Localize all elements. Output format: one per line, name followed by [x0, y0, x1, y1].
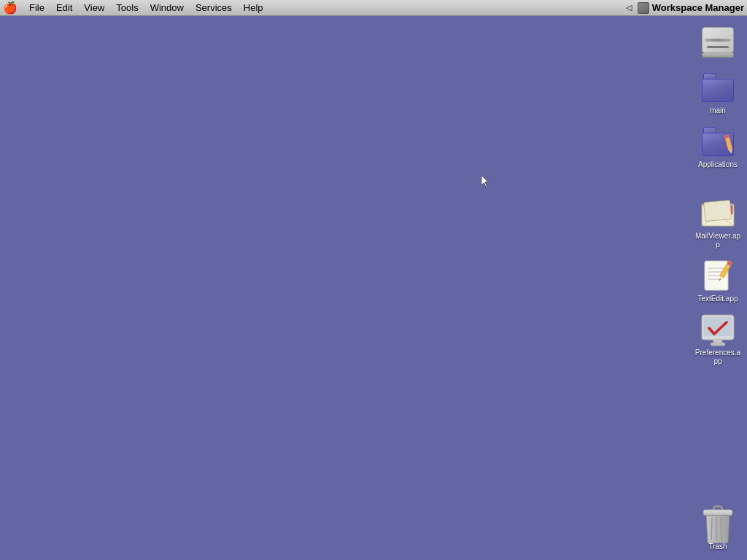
- menu-items: File Edit View Tools Window Services Hel…: [23, 1, 626, 15]
- main-folder-image: [700, 70, 735, 105]
- svg-rect-22: [704, 317, 732, 336]
- menubar-right: ◁ Workspace Manager: [626, 2, 744, 14]
- mailviewer-label: MailViewer.app: [694, 232, 741, 249]
- trash-label: Trash: [708, 542, 727, 551]
- preferences-image: [700, 312, 735, 347]
- main-folder-label: main: [710, 106, 726, 115]
- applications-folder-image: [700, 124, 735, 159]
- preferences-icon[interactable]: Preferences.app: [692, 309, 744, 369]
- menu-edit[interactable]: Edit: [50, 1, 78, 15]
- applications-folder-icon[interactable]: Applications: [692, 121, 744, 172]
- menu-help[interactable]: Help: [238, 1, 269, 15]
- hard-drive-image: [700, 25, 735, 60]
- textedit-image: [700, 258, 735, 293]
- svg-rect-23: [713, 340, 722, 343]
- trash-image: [700, 506, 735, 541]
- dock: main Applicati: [689, 16, 747, 560]
- hard-drive-icon[interactable]: [692, 22, 744, 64]
- preferences-label: Preferences.app: [694, 349, 741, 366]
- apple-menu[interactable]: 🍎: [3, 1, 18, 15]
- desktop[interactable]: main Applicati: [0, 16, 747, 560]
- menu-view[interactable]: View: [78, 1, 110, 15]
- mailviewer-image: [700, 195, 735, 230]
- menu-tools[interactable]: Tools: [110, 1, 144, 15]
- applications-folder-label: Applications: [698, 160, 738, 169]
- textedit-label: TextEdit.app: [697, 295, 738, 303]
- svg-rect-10: [704, 200, 732, 221]
- svg-rect-24: [711, 343, 725, 346]
- menu-services[interactable]: Services: [190, 1, 238, 15]
- svg-line-28: [721, 518, 721, 540]
- svg-rect-25: [703, 510, 732, 516]
- main-folder-icon[interactable]: main: [692, 67, 744, 118]
- mouse-cursor: [481, 175, 490, 188]
- battery-indicator: ◁: [626, 3, 632, 12]
- menubar: 🍎 File Edit View Tools Window Services H…: [0, 0, 747, 16]
- mailviewer-icon[interactable]: MailViewer.app: [692, 192, 744, 252]
- workspace-manager-icon: [638, 2, 649, 14]
- menu-window[interactable]: Window: [144, 1, 190, 15]
- menu-file[interactable]: File: [23, 1, 50, 15]
- svg-line-26: [711, 518, 712, 540]
- trash-icon[interactable]: Trash: [692, 503, 744, 554]
- svg-marker-29: [481, 175, 488, 187]
- textedit-icon[interactable]: TextEdit.app: [692, 255, 744, 306]
- workspace-manager-menu[interactable]: Workspace Manager: [638, 2, 744, 14]
